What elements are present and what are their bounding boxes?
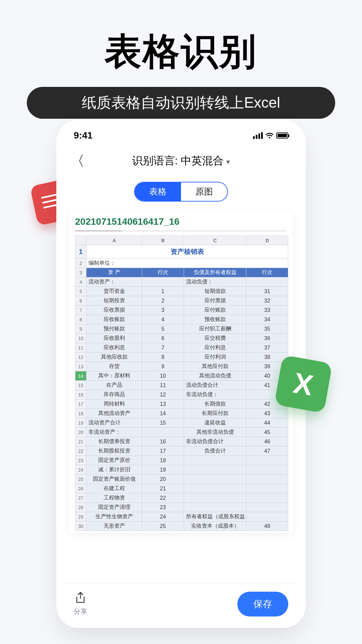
cell[interactable] <box>184 456 246 465</box>
cell[interactable]: 8 <box>142 353 184 362</box>
cell[interactable]: 45 <box>246 428 288 437</box>
cell[interactable]: 非流动资产： <box>86 428 142 437</box>
cell[interactable]: 7 <box>142 343 184 353</box>
cell[interactable]: 应付利润 <box>184 353 246 362</box>
cell[interactable]: 24 <box>142 512 184 522</box>
cell[interactable]: 应收账款 <box>86 315 142 324</box>
cell[interactable]: 16 <box>142 437 184 446</box>
cell[interactable]: 流动负债： <box>184 277 246 287</box>
cell[interactable]: 5 <box>142 324 184 334</box>
cell[interactable]: 38 <box>246 353 288 362</box>
cell[interactable]: 47 <box>246 446 288 456</box>
tab-original-image[interactable]: 原图 <box>181 182 227 201</box>
cell[interactable]: 25 <box>142 522 184 531</box>
cell[interactable]: 31 <box>246 287 288 296</box>
cell[interactable]: 17 <box>142 446 184 456</box>
cell[interactable]: 周转材料 <box>86 399 142 409</box>
cell[interactable]: 其他非流动负债 <box>184 428 246 437</box>
cell[interactable]: 负债合计 <box>184 446 246 456</box>
cell[interactable]: 21 <box>142 484 184 493</box>
cell[interactable]: 33 <box>246 306 288 315</box>
cell[interactable]: 应付账款 <box>184 306 246 315</box>
cell[interactable]: 43 <box>246 409 288 418</box>
cell[interactable]: 库存商品 <box>86 390 142 399</box>
cell[interactable]: 其他应收款 <box>86 353 142 362</box>
cell[interactable] <box>142 277 184 287</box>
share-button[interactable]: 分享 <box>74 592 87 616</box>
cell[interactable]: 长期应付款 <box>184 409 246 418</box>
cell[interactable]: 应收票据 <box>86 306 142 315</box>
cell[interactable]: 应付职工薪酬 <box>184 324 246 334</box>
cell[interactable] <box>246 277 288 287</box>
cell[interactable]: 36 <box>246 334 288 343</box>
cell[interactable]: 实收资本（或股本） <box>184 522 246 531</box>
cell[interactable]: 固定资产账面价值 <box>86 475 142 484</box>
cell[interactable]: 在建工程 <box>86 484 142 493</box>
cell[interactable]: 长期借款 <box>184 399 246 409</box>
col-header[interactable]: A <box>86 236 142 245</box>
cell[interactable]: 流动负债合计 <box>184 381 246 390</box>
cell[interactable]: 所有者权益（或股东权益）： <box>184 512 246 522</box>
cell[interactable]: 非流动负债合计 <box>184 437 246 446</box>
cell[interactable]: 14 <box>142 409 184 418</box>
cell[interactable]: 减：累计折旧 <box>86 465 142 475</box>
cell[interactable] <box>184 465 246 475</box>
cell[interactable]: 应收利息 <box>86 343 142 353</box>
cell[interactable]: 应付利息 <box>184 343 246 353</box>
cell[interactable]: 递延收益 <box>184 418 246 428</box>
cell[interactable] <box>246 484 288 493</box>
cell[interactable] <box>184 493 246 503</box>
cell[interactable]: 货币资金 <box>86 287 142 296</box>
cell[interactable]: 48 <box>246 522 288 531</box>
col-header[interactable]: B <box>142 236 184 245</box>
back-button[interactable]: 〈 <box>70 152 84 170</box>
cell[interactable]: 生产性生物资产 <box>86 512 142 522</box>
cell[interactable]: 应收股利 <box>86 334 142 343</box>
cell[interactable]: 32 <box>246 296 288 306</box>
save-button[interactable]: 保存 <box>237 592 288 616</box>
cell[interactable]: 无形资产 <box>86 522 142 531</box>
cell[interactable]: 18 <box>142 456 184 465</box>
cell[interactable]: 非流动负债： <box>184 390 246 399</box>
cell[interactable]: 短期借款 <box>184 287 246 296</box>
cell[interactable]: 其他应付款 <box>184 362 246 371</box>
cell[interactable]: 11 <box>142 381 184 390</box>
cell[interactable] <box>246 465 288 475</box>
cell[interactable]: 固定资产原价 <box>86 456 142 465</box>
cell[interactable]: 2 <box>142 296 184 306</box>
cell[interactable]: 固定资产清理 <box>86 503 142 512</box>
cell[interactable]: 在产品 <box>86 381 142 390</box>
cell[interactable]: 37 <box>246 343 288 353</box>
cell[interactable]: 35 <box>246 324 288 334</box>
cell[interactable] <box>184 475 246 484</box>
cell[interactable]: 应付票据 <box>184 296 246 306</box>
cell[interactable]: 工程物资 <box>86 493 142 503</box>
cell[interactable]: 1 <box>142 287 184 296</box>
cell[interactable] <box>246 456 288 465</box>
cell[interactable] <box>246 493 288 503</box>
cell[interactable]: 12 <box>142 390 184 399</box>
cell[interactable]: 6 <box>142 334 184 343</box>
cell[interactable]: 34 <box>246 315 288 324</box>
cell[interactable] <box>184 503 246 512</box>
cell[interactable] <box>142 428 184 437</box>
cell[interactable]: 10 <box>142 371 184 381</box>
cell[interactable]: 19 <box>142 465 184 475</box>
cell[interactable]: 其他流动负债 <box>184 371 246 381</box>
cell[interactable]: 预收账款 <box>184 315 246 324</box>
cell[interactable] <box>246 512 288 522</box>
cell[interactable]: 23 <box>142 503 184 512</box>
cell[interactable] <box>184 484 246 493</box>
cell[interactable]: 流动资产： <box>86 277 142 287</box>
cell[interactable]: 44 <box>246 418 288 428</box>
language-selector[interactable]: 识别语言: 中英混合▾ <box>132 154 230 168</box>
cell[interactable]: 其中：原材料 <box>86 371 142 381</box>
cell[interactable]: 46 <box>246 437 288 446</box>
cell[interactable]: 13 <box>142 399 184 409</box>
cell[interactable]: 4 <box>142 315 184 324</box>
cell[interactable]: 22 <box>142 493 184 503</box>
col-header[interactable]: C <box>184 236 246 245</box>
cell[interactable]: 15 <box>142 418 184 428</box>
cell[interactable] <box>246 475 288 484</box>
cell[interactable]: 3 <box>142 306 184 315</box>
